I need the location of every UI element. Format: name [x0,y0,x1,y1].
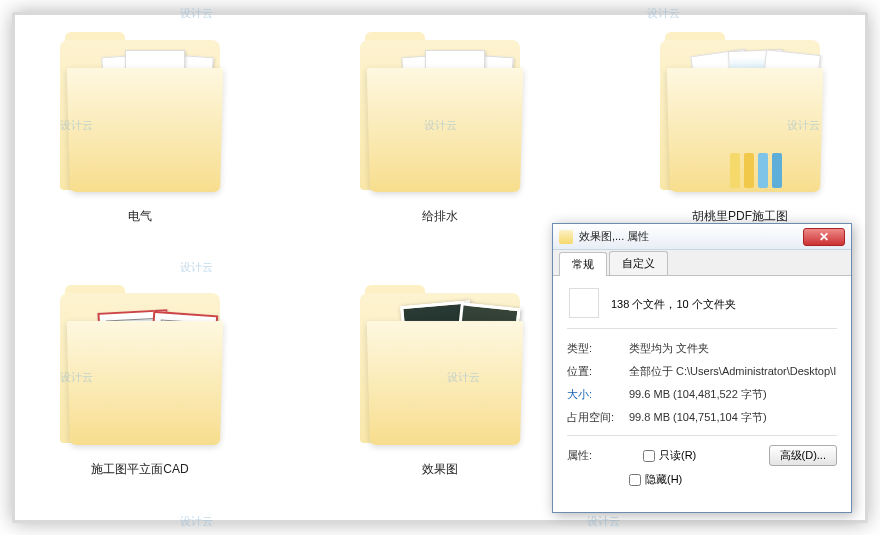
close-button[interactable]: ✕ [803,228,845,246]
row-location: 位置: 全部位于 C:\Users\Administrator\Desktop\… [567,360,837,383]
properties-dialog: 效果图,... 属性 ✕ 常规 自定义 138 个文件，10 个文件夹 类型: … [552,223,852,513]
folder-icon [650,30,830,200]
label-location: 位置: [567,364,629,379]
folder-icon [350,30,530,200]
row-type: 类型: 类型均为 文件夹 [567,337,837,360]
folder-label: 效果图 [422,461,458,478]
folder-label: 施工图平立面CAD [91,461,188,478]
checkbox-readonly-input[interactable] [643,450,655,462]
label-attributes: 属性: [567,448,629,463]
checkbox-readonly-label: 只读(R) [659,448,696,463]
value-ondisk: 99.8 MB (104,751,104 字节) [629,410,837,425]
tab-custom[interactable]: 自定义 [609,251,668,275]
folder-icon [50,283,230,453]
checkbox-hidden[interactable]: 隐藏(H) [629,472,682,487]
folder-item-geipaishui[interactable]: 给排水 [320,30,560,263]
row-hidden: 隐藏(H) [567,469,837,490]
value-size: 99.6 MB (104,481,522 字节) [629,387,837,402]
value-type: 类型均为 文件夹 [629,341,837,356]
folder-label: 电气 [128,208,152,225]
value-location: 全部位于 C:\Users\Administrator\Desktop\I [629,364,837,379]
divider [567,435,837,436]
dialog-tabs: 常规 自定义 [553,250,851,276]
close-icon: ✕ [819,230,829,244]
multi-file-icon [571,290,599,318]
advanced-button[interactable]: 高级(D)... [769,445,837,466]
checkbox-hidden-label: 隐藏(H) [645,472,682,487]
folder-icon [50,30,230,200]
folder-item-dianqi[interactable]: 电气 [20,30,260,263]
summary-row: 138 个文件，10 个文件夹 [567,286,837,329]
label-size: 大小: [567,387,629,402]
folder-item-cad[interactable]: 施工图平立面CAD [20,283,260,516]
checkbox-readonly[interactable]: 只读(R) [643,448,696,463]
dialog-titlebar[interactable]: 效果图,... 属性 ✕ [553,224,851,250]
folder-item-xiaoguotu[interactable]: 效果图 [320,283,560,516]
dialog-title: 效果图,... 属性 [579,229,797,244]
row-size: 大小: 99.6 MB (104,481,522 字节) [567,383,837,406]
label-type: 类型: [567,341,629,356]
tab-general[interactable]: 常规 [559,252,607,276]
folder-icon [350,283,530,453]
row-attributes: 属性: 只读(R) 高级(D)... [567,442,837,469]
label-ondisk: 占用空间: [567,410,629,425]
checkbox-hidden-input[interactable] [629,474,641,486]
dialog-body: 138 个文件，10 个文件夹 类型: 类型均为 文件夹 位置: 全部位于 C:… [553,276,851,512]
row-ondisk: 占用空间: 99.8 MB (104,751,104 字节) [567,406,837,429]
summary-text: 138 个文件，10 个文件夹 [611,297,736,312]
folder-small-icon [559,230,573,244]
folder-label: 给排水 [422,208,458,225]
